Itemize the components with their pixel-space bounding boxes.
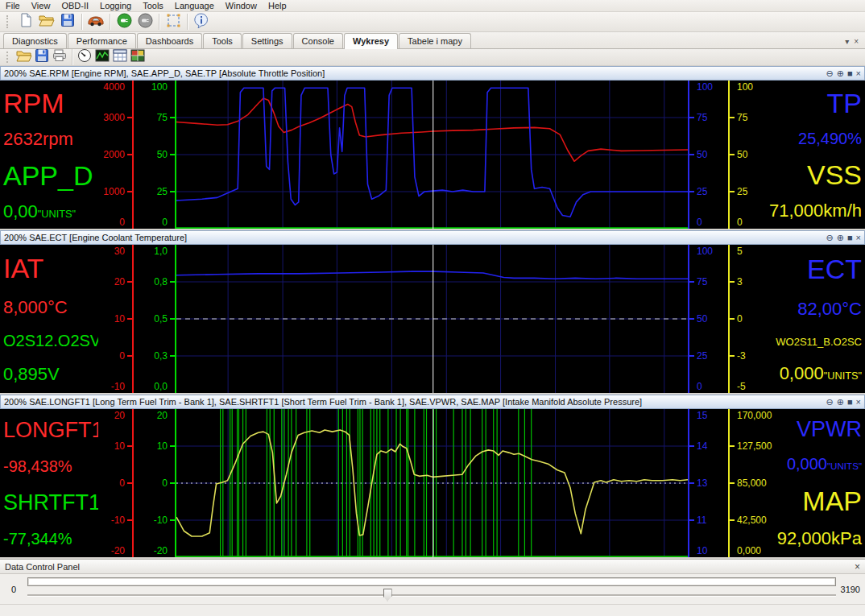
- menu-window[interactable]: Window: [220, 0, 263, 11]
- value-text: 25,490: [798, 130, 847, 147]
- chart-plot[interactable]: [176, 81, 688, 229]
- tab-wykresy[interactable]: Wykresy: [344, 33, 398, 49]
- axis-tick-label: 0: [162, 217, 168, 228]
- range-start-label: 0: [5, 585, 23, 594]
- tab-bar: DiagnosticsPerformanceDashboardsToolsSet…: [0, 32, 865, 49]
- close-button[interactable]: ×: [856, 234, 861, 242]
- panel-title: 200% SAE.ECT [Engine Coolant Temperature…: [4, 233, 187, 242]
- zoom-out-button[interactable]: ⊖: [826, 69, 833, 78]
- monitor-button[interactable]: [163, 12, 184, 31]
- graph-button[interactable]: [93, 49, 111, 65]
- new-file-button[interactable]: [15, 12, 36, 31]
- signal-value: 25,490%: [798, 130, 862, 147]
- axis-tick-label: 20: [157, 410, 168, 421]
- signal-name: SHRTFT1: [3, 492, 95, 514]
- slider-track[interactable]: [27, 594, 836, 597]
- signal-readouts-right: TP25,490%VSS71,000km/h: [768, 81, 865, 229]
- zoom-in-button[interactable]: ⊕: [837, 398, 844, 407]
- save-button[interactable]: [33, 49, 51, 65]
- axis-tick-label: 0: [119, 350, 125, 362]
- menu-tools[interactable]: Tools: [137, 0, 169, 11]
- axis-tick: [170, 191, 175, 192]
- menu-obd-ii[interactable]: OBD-II: [56, 0, 94, 11]
- open-folder-button[interactable]: [15, 49, 33, 65]
- axis-tick-label: 0,0: [154, 381, 168, 392]
- menu-view[interactable]: View: [26, 0, 56, 11]
- axis-tick-label: -10: [154, 515, 168, 526]
- axis-scale-right-1: 530-3-5: [728, 245, 768, 393]
- vehicle-button[interactable]: [85, 12, 106, 31]
- panel-title: 200% SAE.RPM [Engine RPM], SAE.APP_D, SA…: [4, 68, 325, 78]
- range-bar[interactable]: [27, 577, 836, 586]
- timeline-slider[interactable]: [27, 589, 836, 602]
- menu-logging[interactable]: Logging: [94, 0, 137, 11]
- axis-tick: [730, 191, 735, 192]
- value-unit: "UNITS": [38, 208, 76, 220]
- tab-settings[interactable]: Settings: [242, 33, 292, 48]
- axis-tick: [689, 318, 694, 320]
- close-icon[interactable]: ×: [855, 561, 860, 573]
- axis-tick-label: 25: [737, 186, 747, 197]
- pause-button[interactable]: ■: [847, 69, 853, 78]
- axis-tick: [127, 519, 132, 521]
- axis-tick: [170, 445, 175, 447]
- chart-svg: [176, 409, 688, 557]
- axis-tick-label: 127,500: [737, 440, 772, 452]
- signal-readouts-right: ECT82,00°CWO2S11_B.O2SC0,000"UNITS": [768, 245, 865, 393]
- signal-value: -98,438%: [3, 458, 95, 474]
- tab-tabele-i-mapy[interactable]: Tabele i mapy: [399, 33, 471, 48]
- pause-button[interactable]: ■: [847, 398, 853, 407]
- info-button[interactable]: [191, 12, 212, 31]
- menu-help[interactable]: Help: [263, 0, 292, 11]
- panel-body: RPM2632rpmAPP_D0,00"UNITS"40003000200010…: [0, 81, 865, 229]
- signal-readouts-left: RPM2632rpmAPP_D0,00"UNITS": [0, 81, 98, 229]
- print-button[interactable]: [51, 49, 68, 65]
- signal-value: 0,000"UNITS": [780, 365, 862, 382]
- axis-scale-right-0: 1007550250: [688, 81, 728, 229]
- chart-plot[interactable]: [176, 409, 688, 557]
- axis-tick: [730, 154, 735, 155]
- open-folder-icon: [39, 13, 55, 31]
- tab-performance[interactable]: Performance: [68, 33, 136, 48]
- gauge-button[interactable]: [76, 49, 93, 65]
- value-text: 0,000: [780, 363, 824, 383]
- menu-file[interactable]: File: [0, 0, 26, 11]
- value-text: 92,000: [777, 528, 831, 548]
- table-button[interactable]: [111, 49, 129, 65]
- close-button[interactable]: ×: [856, 69, 861, 78]
- new-file-icon: [19, 13, 33, 31]
- open-folder-button[interactable]: [36, 12, 57, 31]
- axis-tick-label: 0: [119, 217, 125, 228]
- tab-dashboards[interactable]: Dashboards: [137, 33, 202, 48]
- zoom-in-button[interactable]: ⊕: [837, 234, 844, 242]
- tab-console[interactable]: Console: [293, 33, 343, 48]
- signal-readouts-left: LONGFT1-98,438%SHRTFT1-77,344%: [0, 409, 98, 557]
- pause-button[interactable]: ■: [847, 234, 853, 242]
- value-text: -98,438: [3, 457, 58, 475]
- chevron-down-icon[interactable]: ▾: [845, 37, 849, 46]
- menu-language[interactable]: Language: [169, 0, 220, 11]
- axis-tick: [730, 355, 735, 357]
- save-button[interactable]: [57, 12, 78, 31]
- axis-tick-label: 50: [157, 149, 168, 160]
- signal-name: LONGFT1: [3, 420, 95, 441]
- tab-tools[interactable]: Tools: [203, 33, 242, 48]
- close-icon[interactable]: ×: [854, 37, 859, 46]
- close-button[interactable]: ×: [856, 398, 861, 407]
- map-button[interactable]: [129, 49, 147, 65]
- monitor-icon: [166, 13, 181, 31]
- zoom-in-button[interactable]: ⊕: [837, 69, 844, 78]
- zoom-out-button[interactable]: ⊖: [826, 398, 833, 407]
- axis-tick-label: 170,000: [737, 410, 772, 421]
- graph-panel-2: 200% SAE.ECT [Engine Coolant Temperature…: [0, 230, 865, 395]
- disconnect-button[interactable]: [135, 12, 155, 31]
- toolbar-grip[interactable]: [6, 52, 12, 63]
- zoom-out-button[interactable]: ⊖: [826, 234, 833, 242]
- axis-tick-label: -20: [154, 545, 168, 556]
- slider-thumb[interactable]: [383, 589, 392, 602]
- toolbar-grip[interactable]: [6, 15, 12, 29]
- chart-plot[interactable]: [176, 245, 688, 393]
- tab-diagnostics[interactable]: Diagnostics: [3, 33, 67, 48]
- connect-button[interactable]: [114, 12, 135, 31]
- axis-tick-label: 10: [114, 440, 125, 452]
